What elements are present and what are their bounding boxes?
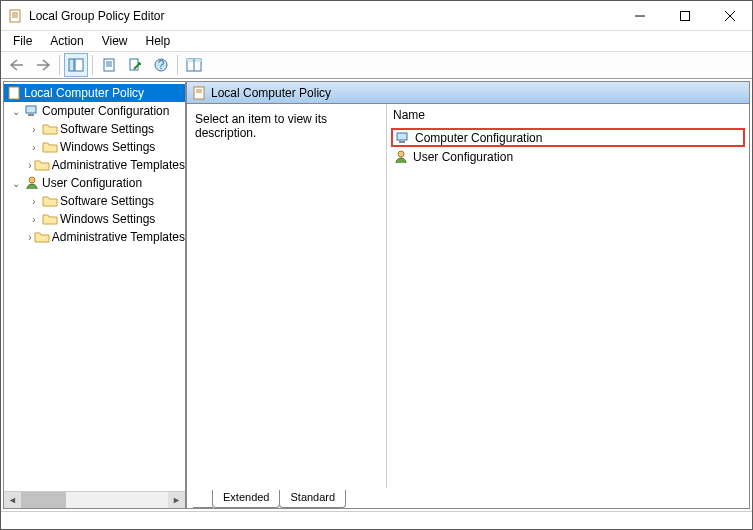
app-window: Local Group Policy Editor File Action Vi… bbox=[0, 0, 753, 530]
svg-rect-10 bbox=[104, 59, 114, 71]
toolbar-separator bbox=[92, 55, 93, 75]
tab-extended[interactable]: Extended bbox=[212, 490, 280, 508]
caret-right-icon[interactable]: › bbox=[28, 142, 40, 153]
scroll-track[interactable] bbox=[21, 492, 168, 508]
main-body: Local Computer Policy ⌄ Computer Configu… bbox=[1, 79, 752, 511]
caret-right-icon[interactable]: › bbox=[28, 214, 40, 225]
svg-rect-9 bbox=[75, 59, 83, 71]
filter-button[interactable] bbox=[182, 53, 206, 77]
menu-help[interactable]: Help bbox=[138, 32, 179, 50]
tree-uc-windows-settings[interactable]: › Windows Settings bbox=[4, 210, 185, 228]
window-controls bbox=[617, 1, 752, 30]
close-button[interactable] bbox=[707, 1, 752, 30]
svg-text:?: ? bbox=[158, 58, 165, 72]
tab-standard[interactable]: Standard bbox=[279, 490, 346, 508]
description-text: Select an item to view its description. bbox=[195, 112, 327, 140]
toolbar: ? bbox=[1, 51, 752, 79]
content-title: Local Computer Policy bbox=[211, 86, 331, 100]
view-tabs: Extended Standard bbox=[187, 488, 749, 508]
folder-icon bbox=[42, 193, 58, 209]
nav-back-button[interactable] bbox=[5, 53, 29, 77]
maximize-button[interactable] bbox=[662, 1, 707, 30]
svg-rect-27 bbox=[397, 133, 407, 140]
tree-horizontal-scrollbar[interactable]: ◄ ► bbox=[4, 491, 185, 508]
tree-label: Software Settings bbox=[60, 122, 154, 136]
svg-rect-24 bbox=[194, 87, 204, 99]
tree-label: Windows Settings bbox=[60, 212, 155, 226]
window-title: Local Group Policy Editor bbox=[29, 9, 617, 23]
tree-label: Administrative Templates bbox=[52, 158, 185, 172]
svg-rect-22 bbox=[28, 114, 34, 116]
tree-user-configuration[interactable]: ⌄ User Configuration bbox=[4, 174, 185, 192]
tree-cc-software-settings[interactable]: › Software Settings bbox=[4, 120, 185, 138]
content-body: Select an item to view its description. … bbox=[187, 104, 749, 488]
tree-label: Local Computer Policy bbox=[24, 86, 144, 100]
list-items: Computer Configuration User Configuratio… bbox=[387, 126, 749, 168]
tree-uc-software-settings[interactable]: › Software Settings bbox=[4, 192, 185, 210]
svg-rect-5 bbox=[680, 11, 689, 20]
folder-icon bbox=[34, 157, 50, 173]
svg-rect-8 bbox=[69, 59, 74, 71]
tree-label: Administrative Templates bbox=[52, 230, 185, 244]
minimize-button[interactable] bbox=[617, 1, 662, 30]
policy-icon bbox=[191, 85, 207, 101]
caret-down-icon[interactable]: ⌄ bbox=[10, 106, 22, 117]
menu-view[interactable]: View bbox=[94, 32, 136, 50]
status-bar bbox=[1, 511, 752, 529]
caret-right-icon[interactable]: › bbox=[28, 196, 40, 207]
caret-right-icon[interactable]: › bbox=[28, 232, 32, 243]
caret-down-icon[interactable]: ⌄ bbox=[10, 178, 22, 189]
toolbar-separator bbox=[59, 55, 60, 75]
folder-icon bbox=[42, 121, 58, 137]
user-icon bbox=[24, 175, 40, 191]
svg-rect-21 bbox=[26, 106, 36, 113]
tree-root[interactable]: Local Computer Policy bbox=[4, 84, 185, 102]
app-icon bbox=[7, 8, 23, 24]
scroll-thumb[interactable] bbox=[21, 492, 66, 508]
tree-pane: Local Computer Policy ⌄ Computer Configu… bbox=[3, 81, 186, 509]
tree-label: User Configuration bbox=[42, 176, 142, 190]
properties-button[interactable] bbox=[97, 53, 121, 77]
tree-cc-windows-settings[interactable]: › Windows Settings bbox=[4, 138, 185, 156]
policy-icon bbox=[6, 85, 22, 101]
folder-icon bbox=[34, 229, 50, 245]
tree-label: Windows Settings bbox=[60, 140, 155, 154]
toolbar-separator bbox=[177, 55, 178, 75]
computer-icon bbox=[395, 130, 411, 146]
help-button[interactable]: ? bbox=[149, 53, 173, 77]
folder-icon bbox=[42, 211, 58, 227]
caret-right-icon[interactable]: › bbox=[28, 124, 40, 135]
export-list-button[interactable] bbox=[123, 53, 147, 77]
folder-icon bbox=[42, 139, 58, 155]
svg-rect-20 bbox=[9, 87, 19, 99]
content-pane: Local Computer Policy Select an item to … bbox=[186, 81, 750, 509]
svg-rect-28 bbox=[399, 141, 405, 143]
list-item-label: Computer Configuration bbox=[415, 131, 542, 145]
scroll-left-button[interactable]: ◄ bbox=[4, 492, 21, 508]
menu-bar: File Action View Help bbox=[1, 31, 752, 51]
show-hide-tree-button[interactable] bbox=[64, 53, 88, 77]
svg-point-29 bbox=[398, 151, 404, 157]
list-item-computer-configuration[interactable]: Computer Configuration bbox=[391, 128, 745, 147]
menu-action[interactable]: Action bbox=[42, 32, 91, 50]
menu-file[interactable]: File bbox=[5, 32, 40, 50]
svg-point-23 bbox=[29, 177, 35, 183]
content-header: Local Computer Policy bbox=[187, 82, 749, 104]
scroll-right-button[interactable]: ► bbox=[168, 492, 185, 508]
policy-tree[interactable]: Local Computer Policy ⌄ Computer Configu… bbox=[4, 82, 185, 491]
svg-rect-0 bbox=[10, 10, 20, 22]
tree-label: Computer Configuration bbox=[42, 104, 169, 118]
tree-uc-admin-templates[interactable]: › Administrative Templates bbox=[4, 228, 185, 246]
tree-computer-configuration[interactable]: ⌄ Computer Configuration bbox=[4, 102, 185, 120]
user-icon bbox=[393, 149, 409, 165]
list-item-user-configuration[interactable]: User Configuration bbox=[391, 147, 745, 166]
computer-icon bbox=[24, 103, 40, 119]
description-pane: Select an item to view its description. bbox=[187, 104, 387, 488]
nav-forward-button[interactable] bbox=[31, 53, 55, 77]
list-pane: Name Computer Configuration User Configu… bbox=[387, 104, 749, 488]
caret-right-icon[interactable]: › bbox=[28, 160, 32, 171]
column-header-name[interactable]: Name bbox=[387, 104, 749, 126]
title-bar: Local Group Policy Editor bbox=[1, 1, 752, 31]
tab-spacer bbox=[193, 490, 213, 508]
tree-cc-admin-templates[interactable]: › Administrative Templates bbox=[4, 156, 185, 174]
